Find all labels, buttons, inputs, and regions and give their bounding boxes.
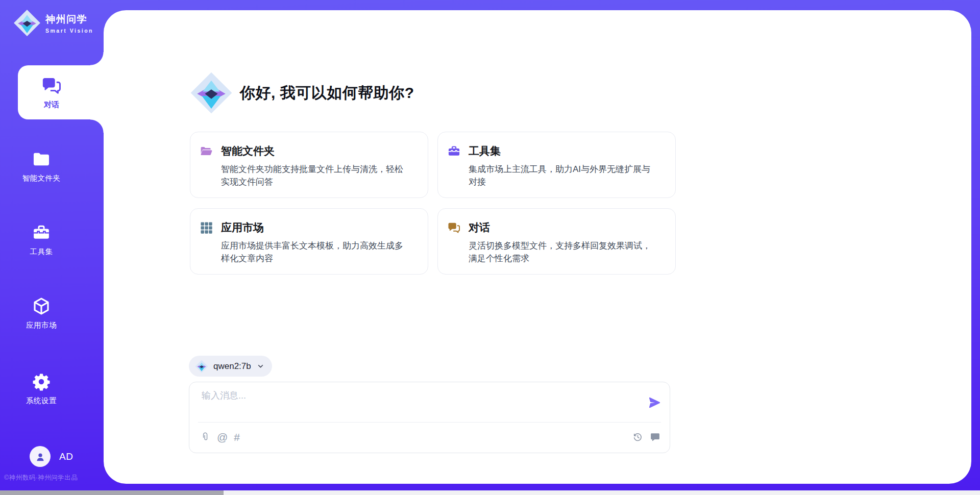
card-title: 智能文件夹 [221, 144, 410, 158]
sidebar-item-smart-folders[interactable]: 智能文件夹 [0, 150, 83, 183]
horizontal-scrollbar[interactable] [0, 490, 980, 495]
gear-icon [32, 372, 51, 391]
brand-gem-icon [13, 9, 41, 37]
card-smart-folders[interactable]: 智能文件夹 智能文件夹功能支持批量文件上传与清洗，轻松实现文件问答 [190, 132, 428, 198]
message-composer: @ # [189, 382, 670, 453]
sidebar-item-label: 对话 [44, 100, 59, 110]
brand-name: 神州问学 [45, 13, 93, 26]
card-title: 应用市场 [221, 220, 410, 235]
folder-icon [32, 150, 51, 169]
brand-gem-icon [195, 360, 208, 373]
sidebar-item-app-market[interactable]: 应用市场 [0, 296, 83, 330]
brand-logo: 神州问学 Smart Vision [13, 9, 93, 37]
send-icon [647, 395, 662, 410]
copyright-text: ©神州数码·神州问学出品 [4, 474, 78, 482]
scrollbar-thumb[interactable] [0, 490, 224, 495]
user-profile[interactable]: AD [30, 446, 73, 467]
greeting-block: 你好, 我可以如何帮助你? [190, 71, 414, 114]
history-icon [632, 432, 643, 442]
composer-toolbar: @ # [200, 429, 660, 444]
card-toolset[interactable]: 工具集 集成市场上主流工具，助力AI与外界无缝扩展与对接 [437, 132, 676, 198]
feature-cards: 智能文件夹 智能文件夹功能支持批量文件上传与清洗，轻松实现文件问答 工具集 集成… [190, 132, 676, 275]
send-button[interactable] [647, 395, 662, 410]
sidebar-item-label: 应用市场 [26, 320, 57, 330]
mention-button[interactable]: @ [217, 432, 228, 442]
message-input[interactable] [202, 389, 635, 419]
paperclip-icon [200, 432, 211, 442]
card-app-market[interactable]: 应用市场 应用市场提供丰富长文本模板，助力高效生成多样化文章内容 [190, 208, 428, 275]
hash-icon: # [234, 431, 240, 443]
history-button[interactable] [632, 432, 643, 442]
card-description: 集成市场上主流工具，助力AI与外界无缝扩展与对接 [469, 163, 657, 188]
conversation-button[interactable] [650, 432, 660, 442]
topic-button[interactable]: # [234, 432, 240, 442]
brand-gem-icon [190, 71, 233, 114]
card-title: 对话 [469, 220, 657, 235]
message-square-icon [650, 432, 660, 442]
card-chat[interactable]: 对话 灵活切换多模型文件，支持多样回复效果调试，满足个性化需求 [437, 208, 676, 275]
greeting-title: 你好, 我可以如何帮助你? [240, 83, 414, 104]
briefcase-icon [32, 223, 51, 242]
card-description: 应用市场提供丰富长文本模板，助力高效生成多样化文章内容 [221, 239, 410, 265]
brand-subtitle: Smart Vision [45, 28, 93, 34]
briefcase-icon [447, 144, 461, 158]
composer-divider [198, 422, 661, 423]
chevron-down-icon [256, 362, 265, 370]
app-root: 神州问学 Smart Vision 对话 智能文件夹 工具集 应用市场 系统设置… [0, 0, 980, 495]
card-description: 智能文件夹功能支持批量文件上传与清洗，轻松实现文件问答 [221, 163, 410, 188]
active-tab-top-fillet [90, 52, 104, 65]
sidebar-item-toolset[interactable]: 工具集 [0, 223, 83, 257]
grid-cube-icon [200, 221, 213, 235]
folder-open-icon [200, 144, 213, 158]
chat-icon [447, 221, 461, 235]
user-icon [34, 451, 46, 463]
sidebar-item-chat[interactable]: 对话 [18, 65, 104, 119]
card-description: 灵活切换多模型文件，支持多样回复效果调试，满足个性化需求 [469, 239, 657, 265]
model-selector[interactable]: qwen2:7b [189, 356, 272, 377]
avatar [30, 446, 51, 467]
model-name: qwen2:7b [213, 361, 251, 372]
user-initials: AD [59, 451, 73, 462]
at-sign-icon: @ [217, 431, 228, 443]
active-tab-bottom-fillet [90, 119, 104, 133]
cube-icon [32, 296, 51, 316]
sidebar-item-label: 智能文件夹 [22, 174, 61, 183]
sidebar-item-label: 工具集 [30, 247, 53, 257]
sidebar-item-system-settings[interactable]: 系统设置 [0, 372, 83, 406]
attach-file-button[interactable] [200, 432, 211, 442]
sidebar-item-label: 系统设置 [26, 396, 57, 406]
card-title: 工具集 [469, 144, 657, 158]
chat-icon [41, 75, 62, 96]
